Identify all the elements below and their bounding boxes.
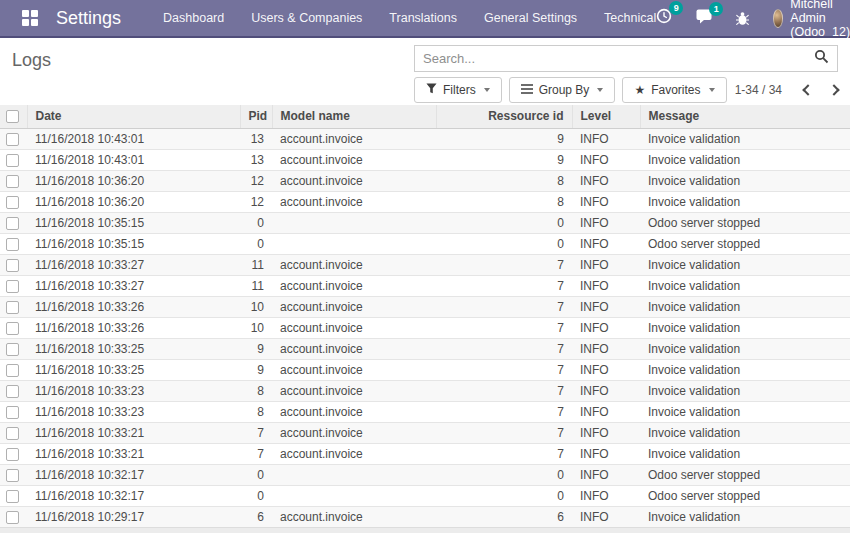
app-name[interactable]: Settings: [56, 8, 121, 29]
cell-level[interactable]: INFO: [572, 296, 640, 317]
cell-pid[interactable]: 12: [240, 191, 272, 212]
activities-button[interactable]: 9: [656, 8, 672, 28]
cell-level[interactable]: INFO: [572, 380, 640, 401]
cell-pid[interactable]: 6: [240, 506, 272, 527]
table-row[interactable]: 11/16/2018 10:33:2610account.invoice7INF…: [0, 296, 850, 317]
nav-item-general-settings[interactable]: General Settings: [484, 11, 577, 25]
table-row[interactable]: 11/16/2018 10:33:2610account.invoice7INF…: [0, 317, 850, 338]
cell-date[interactable]: 11/16/2018 10:35:15: [27, 212, 240, 233]
cell-message[interactable]: Odoo server stopped: [640, 212, 850, 233]
cell-level[interactable]: INFO: [572, 464, 640, 485]
cell-model[interactable]: [272, 233, 436, 254]
table-row[interactable]: 11/16/2018 10:43:0113account.invoice9INF…: [0, 149, 850, 170]
cell-message[interactable]: Invoice validation: [640, 149, 850, 170]
cell-pid[interactable]: 8: [240, 401, 272, 422]
row-checkbox[interactable]: [6, 343, 19, 356]
row-checkbox[interactable]: [6, 133, 19, 146]
cell-model[interactable]: account.invoice: [272, 338, 436, 359]
cell-message[interactable]: Invoice validation: [640, 338, 850, 359]
cell-message[interactable]: Invoice validation: [640, 380, 850, 401]
cell-message[interactable]: Invoice validation: [640, 191, 850, 212]
cell-level[interactable]: INFO: [572, 233, 640, 254]
cell-pid[interactable]: 0: [240, 233, 272, 254]
cell-date[interactable]: 11/16/2018 10:33:25: [27, 359, 240, 380]
row-checkbox[interactable]: [6, 301, 19, 314]
cell-resource-id[interactable]: 0: [436, 212, 572, 233]
search-input[interactable]: [423, 51, 814, 66]
cell-pid[interactable]: 8: [240, 380, 272, 401]
row-checkbox[interactable]: [6, 469, 19, 482]
cell-level[interactable]: INFO: [572, 506, 640, 527]
cell-date[interactable]: 11/16/2018 10:36:20: [27, 191, 240, 212]
cell-message[interactable]: Odoo server stopped: [640, 485, 850, 506]
row-checkbox[interactable]: [6, 217, 19, 230]
debug-bug-icon[interactable]: [736, 11, 749, 26]
table-row[interactable]: 11/16/2018 10:33:259account.invoice7INFO…: [0, 359, 850, 380]
row-checkbox[interactable]: [6, 406, 19, 419]
table-row[interactable]: 11/16/2018 10:33:238account.invoice7INFO…: [0, 401, 850, 422]
user-menu[interactable]: Mitchell Admin (Odoo_12): [773, 0, 850, 39]
cell-resource-id[interactable]: 0: [436, 485, 572, 506]
cell-model[interactable]: account.invoice: [272, 149, 436, 170]
cell-resource-id[interactable]: 7: [436, 317, 572, 338]
cell-resource-id[interactable]: 7: [436, 443, 572, 464]
cell-level[interactable]: INFO: [572, 149, 640, 170]
cell-message[interactable]: Invoice validation: [640, 170, 850, 191]
table-row[interactable]: 11/16/2018 10:32:1700INFOOdoo server sto…: [0, 485, 850, 506]
cell-resource-id[interactable]: 0: [436, 233, 572, 254]
pager-previous-icon[interactable]: [802, 84, 813, 95]
cell-date[interactable]: 11/16/2018 10:43:01: [27, 149, 240, 170]
select-all-checkbox[interactable]: [6, 110, 19, 123]
column-header-pid[interactable]: Pid: [240, 105, 272, 128]
row-checkbox[interactable]: [6, 511, 19, 524]
table-row[interactable]: 11/16/2018 10:32:1700INFOOdoo server sto…: [0, 464, 850, 485]
cell-resource-id[interactable]: 7: [436, 254, 572, 275]
column-header-resource-id[interactable]: Ressource id: [436, 105, 572, 128]
cell-pid[interactable]: 10: [240, 317, 272, 338]
cell-level[interactable]: INFO: [572, 359, 640, 380]
cell-resource-id[interactable]: 7: [436, 380, 572, 401]
cell-model[interactable]: account.invoice: [272, 380, 436, 401]
cell-level[interactable]: INFO: [572, 254, 640, 275]
cell-date[interactable]: 11/16/2018 10:36:20: [27, 170, 240, 191]
cell-resource-id[interactable]: 8: [436, 191, 572, 212]
column-header-level[interactable]: Level: [572, 105, 640, 128]
table-row[interactable]: 11/16/2018 10:29:176account.invoice6INFO…: [0, 506, 850, 527]
cell-date[interactable]: 11/16/2018 10:33:27: [27, 275, 240, 296]
cell-resource-id[interactable]: 9: [436, 128, 572, 149]
row-checkbox[interactable]: [6, 175, 19, 188]
cell-model[interactable]: account.invoice: [272, 275, 436, 296]
cell-message[interactable]: Invoice validation: [640, 443, 850, 464]
pager-value[interactable]: 1-34 / 34: [735, 83, 782, 97]
cell-date[interactable]: 11/16/2018 10:33:21: [27, 443, 240, 464]
cell-model[interactable]: account.invoice: [272, 296, 436, 317]
cell-model[interactable]: account.invoice: [272, 422, 436, 443]
table-row[interactable]: 11/16/2018 10:36:2012account.invoice8INF…: [0, 170, 850, 191]
cell-model[interactable]: account.invoice: [272, 128, 436, 149]
cell-pid[interactable]: 0: [240, 485, 272, 506]
cell-model[interactable]: account.invoice: [272, 317, 436, 338]
cell-date[interactable]: 11/16/2018 10:33:27: [27, 254, 240, 275]
cell-level[interactable]: INFO: [572, 317, 640, 338]
cell-date[interactable]: 11/16/2018 10:33:23: [27, 401, 240, 422]
cell-message[interactable]: Invoice validation: [640, 275, 850, 296]
cell-pid[interactable]: 13: [240, 128, 272, 149]
cell-resource-id[interactable]: 7: [436, 338, 572, 359]
cell-pid[interactable]: 0: [240, 212, 272, 233]
table-row[interactable]: 11/16/2018 10:36:2012account.invoice8INF…: [0, 191, 850, 212]
group-by-button[interactable]: Group By: [509, 77, 616, 103]
cell-level[interactable]: INFO: [572, 422, 640, 443]
cell-date[interactable]: 11/16/2018 10:33:21: [27, 422, 240, 443]
cell-pid[interactable]: 9: [240, 359, 272, 380]
cell-date[interactable]: 11/16/2018 10:33:26: [27, 317, 240, 338]
cell-level[interactable]: INFO: [572, 128, 640, 149]
row-checkbox[interactable]: [6, 490, 19, 503]
pager-next-icon[interactable]: [828, 84, 839, 95]
cell-model[interactable]: account.invoice: [272, 254, 436, 275]
row-checkbox[interactable]: [6, 280, 19, 293]
table-row[interactable]: 11/16/2018 10:43:0113account.invoice9INF…: [0, 128, 850, 149]
cell-message[interactable]: Invoice validation: [640, 296, 850, 317]
row-checkbox[interactable]: [6, 364, 19, 377]
row-checkbox[interactable]: [6, 427, 19, 440]
cell-pid[interactable]: 0: [240, 464, 272, 485]
